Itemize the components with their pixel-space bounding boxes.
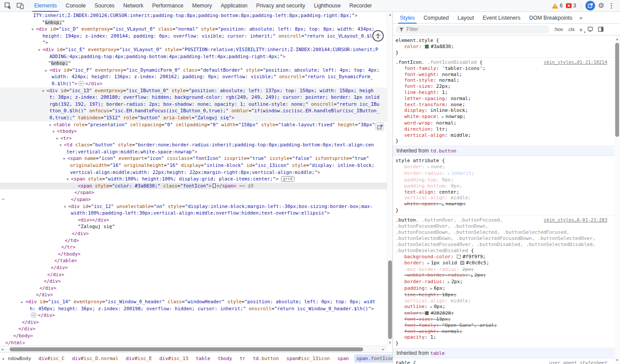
css-property[interactable]: line-height: 1; xyxy=(396,90,611,96)
css-property[interactable]: word-wrap: normal; xyxy=(396,120,611,126)
toggle-element-state-button[interactable]: :hov xyxy=(554,27,563,32)
grid-badge[interactable]: grid xyxy=(281,176,295,182)
breadcrumb-item[interactable]: td.button xyxy=(251,354,281,363)
breadcrumb-item[interactable]: ndowBody xyxy=(6,354,33,363)
dom-tree-row[interactable]: t: 38px; z-index: 200180; overflow: hidd… xyxy=(0,94,387,101)
tab-network[interactable]: Network xyxy=(119,0,148,12)
css-property[interactable]: -moz-border-radius: 2px; xyxy=(396,267,611,273)
breadcrumb-left-arrow[interactable]: ◂ xyxy=(0,356,6,361)
breadcrumb-item[interactable]: div#isc_13 xyxy=(158,354,190,363)
cast-devtools-icon[interactable] xyxy=(585,1,595,10)
expand-value-arrow-icon[interactable]: ▶ xyxy=(442,115,444,119)
dom-tree-row[interactable]: </div> xyxy=(0,326,387,333)
rule-selector[interactable]: .buttonFocusedOver, .buttonDown, xyxy=(396,223,611,229)
expand-ellipsis-badge[interactable]: ⋯ xyxy=(31,312,37,318)
css-property[interactable]: white-space: ▶nowrap; xyxy=(396,114,611,120)
dom-tree-row[interactable]: </td> xyxy=(0,237,387,244)
dom-tree-row[interactable]: 0.$lh()">⋯</div> xyxy=(0,80,387,87)
tab-recorder[interactable]: Recorder xyxy=(345,0,376,12)
css-property[interactable]: font-size: 22px; xyxy=(396,83,611,90)
sidebar-tab-layout[interactable]: Layout xyxy=(453,12,479,24)
dom-tree-row[interactable]: ▼<span style="width:100%; height:100%; d… xyxy=(0,176,387,183)
breadcrumb-item[interactable]: div#isc_E xyxy=(124,354,154,363)
styles-filter-input[interactable]: Filter xyxy=(396,25,550,34)
css-property[interactable]: vertical-align: middle; xyxy=(396,132,611,139)
rule-selector[interactable]: .buttonSelectedFocusedOver, .buttonDisab… xyxy=(396,242,611,248)
css-property[interactable]: letter-spacing: normal; xyxy=(396,96,611,102)
tab-performance[interactable]: Performance xyxy=(148,0,188,12)
inherited-node-link[interactable]: td.button xyxy=(430,148,456,154)
css-property[interactable]: padding-top: 0px; xyxy=(396,177,611,183)
computed-side-panel-icon[interactable] xyxy=(598,26,604,32)
rule-selector[interactable]: .buttonSelectedDown, .buttonSelectedFocu… xyxy=(396,236,611,242)
css-property[interactable]: font-family: 'tabler-icons'; xyxy=(396,66,611,72)
dom-tree-row[interactable]: ▼<div id="isc_12" unselectable="on" styl… xyxy=(0,203,387,210)
css-property[interactable]: line-height: 18px; xyxy=(396,292,611,298)
tab-application[interactable]: Application xyxy=(216,0,252,12)
dom-tree-row[interactable]: </div> xyxy=(0,291,387,298)
selected-row-gutter-dots[interactable]: ⋯ xyxy=(2,196,5,202)
more-tabs-icon[interactable]: » xyxy=(577,14,585,21)
dom-tree-row[interactable]: <div></div> xyxy=(0,217,387,224)
breadcrumb-item[interactable]: tr xyxy=(238,354,247,363)
dom-tree-row[interactable]: </html> xyxy=(0,340,387,346)
dom-tree-row[interactable]: "> xyxy=(0,39,387,46)
breadcrumb-item[interactable]: div#isc_C xyxy=(37,354,67,363)
rule-selector[interactable]: style attribute { xyxy=(396,158,611,164)
dom-tree-row[interactable]: ter;vertical-align:middle;white-space:no… xyxy=(0,149,387,156)
dom-tree-row[interactable]: ▼<tbody> xyxy=(0,128,387,135)
rule-selector[interactable]: .buttonDeselectedDisabled { xyxy=(396,248,611,254)
css-property[interactable]: border-radius: ▶2px; xyxy=(396,279,611,285)
dom-tree-row[interactable]: </div> xyxy=(0,264,387,271)
elements-vertical-scrollbar[interactable]: ▲ ▼ xyxy=(387,12,392,346)
settings-gear-icon[interactable]: ⚙ xyxy=(598,2,604,9)
dom-tree-row[interactable]: h: 450px; height: 36px; z-index: 200198;… xyxy=(0,305,387,312)
dom-tree-row[interactable]: </tbody> xyxy=(0,251,387,258)
stylesheet-source-link[interactable]: skin_styles…01-21:10214 xyxy=(544,59,607,65)
css-property[interactable]: padding-bottom: 0px; xyxy=(396,183,611,189)
sidebar-tab-computed[interactable]: Computed xyxy=(419,12,453,24)
scroll-up-arrow[interactable]: ▲ xyxy=(614,37,620,42)
inspect-element-icon[interactable] xyxy=(2,0,14,11)
css-property[interactable]: border-radius: ▶inherit; xyxy=(396,170,611,177)
css-property[interactable]: direction: ltr; xyxy=(396,126,611,132)
dom-tree-row[interactable]: ITY:inherit;Z-INDEX:200126;CURSOR:inheri… xyxy=(0,12,387,19)
expand-value-arrow-icon[interactable]: ▶ xyxy=(427,165,430,169)
color-swatch[interactable] xyxy=(425,45,429,49)
dom-tree-row[interactable]: </span> xyxy=(0,189,387,196)
color-swatch[interactable] xyxy=(457,255,461,259)
dom-tree-row[interactable]: ▼<div id="isc_D" eventproxy="isc_VLayout… xyxy=(0,26,387,33)
expand-value-arrow-icon[interactable]: ▶ xyxy=(448,172,450,176)
color-swatch[interactable] xyxy=(425,311,429,315)
breadcrumb-item[interactable]: span#isc_13icon xyxy=(285,354,332,363)
css-property[interactable]: vertical-align: middle; xyxy=(396,195,611,201)
css-property[interactable]: border: ▶1px solid #c0c0c5; xyxy=(396,260,611,267)
dom-tree-row[interactable]: </div> xyxy=(0,271,387,278)
dom-tree-row[interactable]: ▼<div id="isc_13" eventproxy="isc_IButto… xyxy=(0,87,387,94)
more-menu-icon[interactable]: ⋮ xyxy=(607,2,616,10)
rule-selector[interactable]: .buttonFocusedDown, .buttonSelected, .bu… xyxy=(396,229,611,236)
dom-tree-row[interactable]: ▶<div id="isc_F" eventproxy="isc_Dynamic… xyxy=(0,67,387,74)
css-property[interactable]: white-space: ▶nowrap; xyxy=(396,201,611,208)
css-property[interactable]: text-align: center; xyxy=(396,189,611,195)
styles-vertical-scrollbar[interactable]: ▲ ▼ xyxy=(614,36,620,364)
element-classes-button[interactable]: .cls xyxy=(567,27,575,32)
sidebar-tab-styles[interactable]: Styles xyxy=(396,12,419,24)
dom-tree-row[interactable]: </div> xyxy=(0,285,387,292)
dom-tree-row[interactable]: "Zaloguj się" xyxy=(0,223,387,230)
dom-tree-row[interactable]: 0,true);" tabindex="1512" role="button" … xyxy=(0,114,387,121)
dom-tree-row[interactable]: ▼<span name="icon" eventpart="icon" cssc… xyxy=(0,155,387,162)
expand-value-arrow-icon[interactable]: ▶ xyxy=(431,287,433,291)
sidebar-tab-event-listeners[interactable]: Event Listeners xyxy=(478,12,525,24)
dom-tree-row[interactable]: <span style="color: #3a8830;" class="fon… xyxy=(0,183,387,190)
scrollbar-thumb[interactable] xyxy=(10,347,363,351)
dom-tree-row[interactable]: ▼<table role="presentation" cellspacing=… xyxy=(0,121,387,128)
breadcrumb-item[interactable]: div#isc_D.normal xyxy=(70,354,120,363)
tab-console[interactable]: Console xyxy=(61,0,90,12)
sidebar-tab-dom-breakpoints[interactable]: DOM Breakpoints xyxy=(525,12,577,24)
expand-value-arrow-icon[interactable]: ▶ xyxy=(431,305,433,309)
dom-tree-row[interactable]: tton_0.$lh()" onfocus="isc.EH.handleFocu… xyxy=(0,107,387,114)
scroll-right-arrow[interactable]: ▸ xyxy=(382,347,384,352)
dom-tree-row[interactable]: "&nbsp;" xyxy=(0,60,387,67)
warnings-badge[interactable]: 6 xyxy=(552,3,563,9)
